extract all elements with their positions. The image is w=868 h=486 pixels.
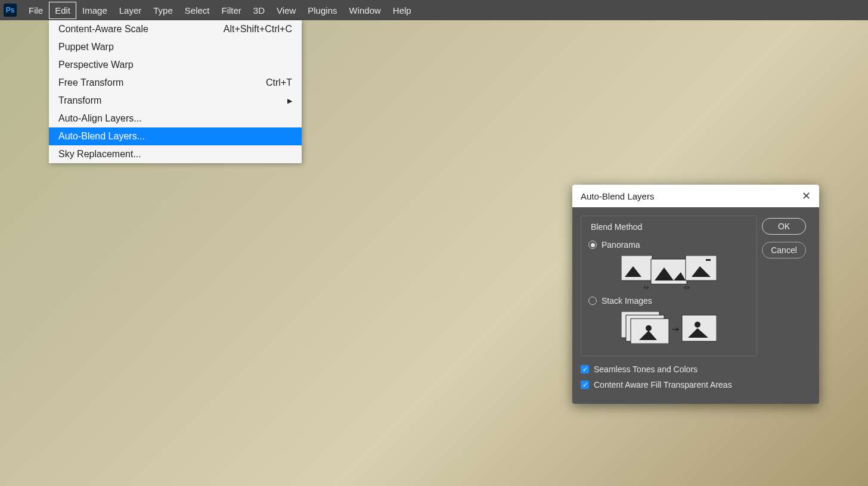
menu-content-aware-scale[interactable]: Content-Aware Scale Alt+Shift+Ctrl+C: [49, 20, 302, 38]
svg-point-13: [695, 322, 700, 328]
content-aware-checkbox[interactable]: ✓ Content Aware Fill Transparent Areas: [581, 380, 757, 390]
menu-item-shortcut: Ctrl+T: [266, 77, 292, 88]
content-aware-label: Content Aware Fill Transparent Areas: [594, 380, 732, 390]
menu-transform[interactable]: Transform ▶: [49, 92, 302, 110]
cancel-button[interactable]: Cancel: [762, 242, 806, 258]
menu-image[interactable]: Image: [76, 2, 113, 19]
menu-item-label: Transform: [58, 95, 101, 106]
close-icon[interactable]: ✕: [802, 189, 811, 202]
menu-item-label: Sky Replacement...: [58, 149, 141, 160]
menu-item-label: Puppet Warp: [58, 42, 114, 52]
photoshop-logo-icon: Ps: [4, 4, 17, 17]
edit-dropdown-menu: Content-Aware Scale Alt+Shift+Ctrl+C Pup…: [49, 20, 302, 163]
dialog-titlebar: Auto-Blend Layers ✕: [572, 185, 819, 207]
menu-item-label: Auto-Blend Layers...: [58, 131, 145, 142]
menu-item-label: Auto-Align Layers...: [58, 113, 142, 124]
dialog-title-text: Auto-Blend Layers: [581, 191, 654, 201]
menu-select[interactable]: Select: [179, 2, 216, 19]
menu-perspective-warp[interactable]: Perspective Warp: [49, 56, 302, 74]
panorama-label: Panorama: [602, 240, 640, 250]
menu-sky-replacement[interactable]: Sky Replacement...: [49, 145, 302, 163]
ok-button[interactable]: OK: [762, 218, 806, 235]
menubar: Ps File Edit Image Layer Type Select Fil…: [0, 0, 868, 20]
menu-item-label: Content-Aware Scale: [58, 24, 148, 35]
menu-auto-blend-layers[interactable]: Auto-Blend Layers...: [49, 127, 302, 145]
menu-auto-align-layers[interactable]: Auto-Align Layers...: [49, 110, 302, 127]
menu-item-label: Free Transform: [58, 77, 123, 88]
menu-item-label: Perspective Warp: [58, 60, 134, 70]
menu-window[interactable]: Window: [343, 2, 386, 19]
radio-icon: [588, 297, 597, 305]
panorama-preview-icon: [588, 256, 749, 292]
menu-file[interactable]: File: [23, 2, 49, 19]
seamless-checkbox[interactable]: ✓ Seamless Tones and Colors: [581, 364, 757, 374]
submenu-arrow-icon: ▶: [287, 97, 292, 105]
menu-free-transform[interactable]: Free Transform Ctrl+T: [49, 74, 302, 92]
menu-layer[interactable]: Layer: [113, 2, 148, 19]
menu-help[interactable]: Help: [387, 2, 417, 19]
panorama-radio[interactable]: Panorama: [588, 240, 749, 250]
blend-method-group: Blend Method Panorama: [581, 216, 757, 356]
menu-3d[interactable]: 3D: [247, 2, 271, 19]
auto-blend-layers-dialog: Auto-Blend Layers ✕ Blend Method Panoram…: [572, 185, 819, 404]
menu-plugins[interactable]: Plugins: [302, 2, 343, 19]
menu-puppet-warp[interactable]: Puppet Warp: [49, 38, 302, 56]
menu-item-shortcut: Alt+Shift+Ctrl+C: [224, 24, 292, 35]
svg-point-10: [646, 325, 652, 331]
stack-images-label: Stack Images: [602, 296, 652, 306]
checkbox-icon: ✓: [581, 381, 589, 389]
svg-rect-6: [706, 259, 711, 261]
seamless-label: Seamless Tones and Colors: [594, 364, 698, 374]
menu-type[interactable]: Type: [147, 2, 179, 19]
stack-preview-icon: [588, 311, 749, 344]
stack-images-radio[interactable]: Stack Images: [588, 296, 749, 306]
checkbox-icon: ✓: [581, 365, 589, 373]
radio-icon: [588, 241, 597, 249]
menu-edit[interactable]: Edit: [49, 2, 76, 19]
blend-method-label: Blend Method: [588, 222, 644, 232]
menu-view[interactable]: View: [271, 2, 302, 19]
menu-filter[interactable]: Filter: [216, 2, 247, 19]
